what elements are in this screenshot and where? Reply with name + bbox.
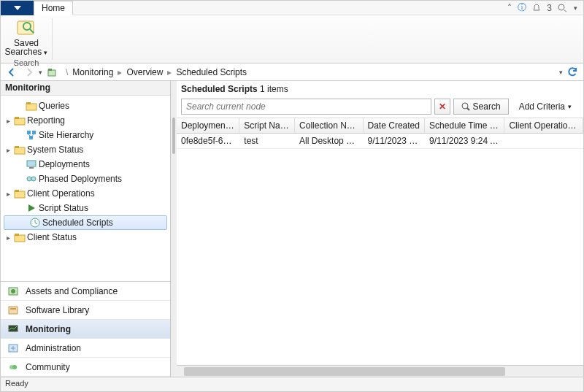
expand-icon[interactable]: ▸ (4, 234, 12, 242)
column-header[interactable]: Schedule Time (UTC) (425, 118, 504, 133)
tree-node-phased-deployments[interactable]: Phased Deployments (1, 172, 170, 186)
tree-node-queries[interactable]: Queries (1, 99, 170, 113)
column-header[interactable]: Script Name (239, 118, 295, 133)
svg-rect-12 (32, 131, 36, 134)
expand-icon[interactable]: ▸ (4, 146, 12, 154)
svg-point-1 (558, 4, 564, 10)
breadcrumb: \ Monitoring ▸ Overview ▸ Scheduled Scri… (64, 67, 248, 77)
tree-node-label: Queries (39, 101, 69, 111)
tree-node-client-status[interactable]: ▸Client Status (1, 230, 170, 245)
help-icon[interactable]: ⓘ (518, 1, 526, 14)
workspace-label: Monitoring (26, 324, 71, 334)
workspace-label: Community (26, 362, 70, 372)
chevron-down-icon: ▾ (568, 103, 572, 110)
svg-rect-8 (26, 102, 31, 104)
svg-rect-23 (15, 190, 19, 192)
svg-rect-16 (15, 147, 25, 154)
close-icon: ✕ (439, 101, 446, 112)
clear-search-button[interactable]: ✕ (434, 99, 450, 115)
title-bar: Home ˄ ⓘ 3 ▾ (1, 1, 583, 15)
arrow-left-icon (7, 67, 17, 77)
svg-rect-22 (15, 191, 25, 198)
expand-icon[interactable]: ▸ (4, 190, 12, 198)
workspace-monitoring[interactable]: Monitoring (1, 320, 170, 339)
cell: 9/11/2023 2:2... (363, 134, 425, 148)
tab-home[interactable]: Home (34, 1, 73, 15)
tree-node-reporting[interactable]: ▸Reporting (1, 113, 170, 128)
saved-searches-button[interactable] (9, 17, 44, 39)
search-input[interactable] (181, 99, 431, 115)
list-title: Scheduled Scripts 1 items (177, 81, 583, 97)
tree-node-label: System Status (27, 145, 83, 155)
tree-node-label: Phased Deployments (39, 174, 122, 184)
workspace-title: Monitoring (1, 81, 170, 96)
nav-forward-button[interactable] (21, 65, 37, 80)
svg-rect-5 (48, 70, 55, 76)
splitter[interactable] (171, 81, 177, 377)
tree-node-client-operations[interactable]: ▸Client Operations (1, 186, 170, 201)
tree-node-label: Site Hierarchy (39, 130, 93, 140)
breadcrumb-item-2[interactable]: Scheduled Scripts (174, 67, 248, 77)
breadcrumb-item-1[interactable]: Overview (125, 67, 164, 77)
scrollbar-thumb[interactable] (184, 367, 505, 376)
nav-dropdown-icon[interactable]: ▾ (559, 69, 563, 76)
notifications-icon[interactable] (532, 4, 541, 12)
svg-rect-11 (27, 131, 31, 134)
expand-icon[interactable]: ▸ (4, 117, 12, 125)
folder-icon (26, 100, 37, 112)
workspace-software-library[interactable]: Software Library (1, 301, 170, 320)
svg-rect-18 (27, 161, 36, 166)
tree-node-label: Client Operations (27, 188, 95, 199)
tree-node-label: Client Status (27, 232, 77, 242)
cell: test (239, 134, 295, 148)
monitor-icon (7, 323, 20, 336)
tree-node-script-status[interactable]: Script Status (1, 201, 170, 215)
feedback-chevron-icon[interactable]: ▾ (574, 4, 577, 12)
nav-history-chevron[interactable]: ▾ (39, 69, 42, 76)
search-button[interactable]: Search (453, 99, 509, 115)
search-button-label: Search (473, 101, 501, 112)
column-header[interactable]: Date Created (364, 118, 426, 133)
nav-home-button[interactable] (44, 65, 60, 80)
horizontal-scrollbar[interactable] (177, 365, 583, 377)
nav-tree[interactable]: Queries▸ReportingSite Hierarchy▸System S… (1, 96, 170, 281)
app-menu-tab[interactable] (1, 1, 34, 15)
table-row[interactable]: 0fe8de5f-6ef5-...testAll Desktop and...9… (177, 134, 583, 149)
tree-node-scheduled-scripts[interactable]: Scheduled Scripts (4, 215, 167, 230)
svg-rect-17 (15, 146, 19, 148)
workspace-administration[interactable]: Administration (1, 339, 170, 358)
add-criteria-button[interactable]: Add Criteria ▾ (512, 99, 579, 115)
tree-node-deployments[interactable]: Deployments (1, 157, 170, 172)
tree-node-site-hierarchy[interactable]: Site Hierarchy (1, 128, 170, 142)
svg-marker-24 (28, 204, 35, 212)
tree-node-system-status[interactable]: ▸System Status (1, 142, 170, 157)
svg-rect-6 (48, 69, 52, 71)
workspace-assets-and-compliance[interactable]: Assets and Compliance (1, 282, 170, 301)
play-icon (26, 202, 37, 214)
assets-icon (7, 285, 20, 298)
ribbon-collapse-icon[interactable]: ˄ (507, 3, 512, 13)
results-grid[interactable]: Deployment IdScript NameCollection NameD… (177, 118, 583, 365)
column-header[interactable]: Client Operation ID (504, 118, 583, 133)
folder-icon (14, 115, 26, 126)
nav-refresh-button[interactable] (564, 65, 580, 80)
admin-icon (7, 342, 20, 355)
saved-searches-label: Saved Searches ▾ (5, 39, 48, 57)
list-title-text: Scheduled Scripts (181, 84, 258, 94)
svg-point-20 (27, 177, 31, 181)
grid-body: 0fe8de5f-6ef5-...testAll Desktop and...9… (177, 134, 583, 149)
svg-rect-7 (26, 104, 36, 110)
column-header[interactable]: Deployment Id (177, 118, 239, 133)
workspace-label: Assets and Compliance (26, 286, 118, 296)
svg-marker-0 (14, 6, 21, 10)
svg-point-21 (31, 177, 36, 181)
svg-line-39 (467, 108, 469, 110)
breadcrumb-item-0[interactable]: Monitoring (71, 67, 115, 77)
column-header[interactable]: Collection Name (295, 118, 363, 133)
nav-back-button[interactable] (4, 65, 20, 80)
workspace-community[interactable]: Community (1, 358, 170, 377)
svg-rect-29 (15, 234, 19, 236)
feedback-icon[interactable] (558, 4, 568, 12)
site-icon (26, 129, 37, 141)
community-icon (7, 361, 20, 374)
